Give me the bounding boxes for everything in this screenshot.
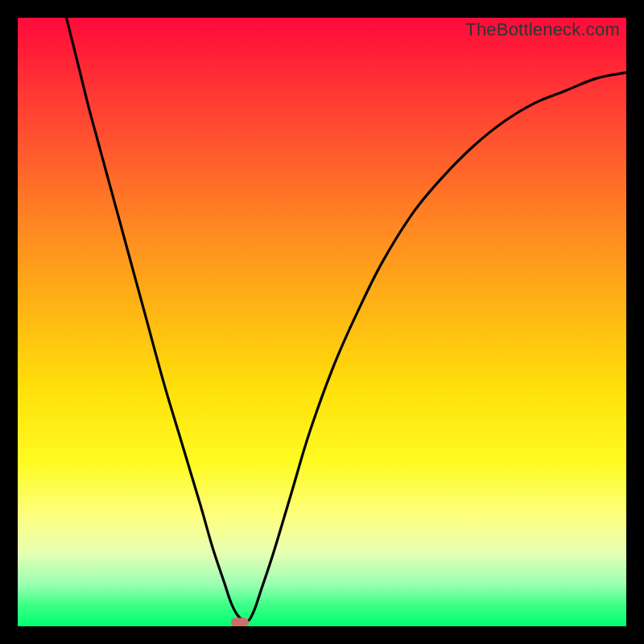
optimal-point-marker bbox=[231, 617, 249, 626]
bottleneck-curve bbox=[18, 18, 626, 626]
watermark-text: TheBottleneck.com bbox=[465, 19, 620, 40]
chart-area: TheBottleneck.com bbox=[18, 18, 626, 626]
